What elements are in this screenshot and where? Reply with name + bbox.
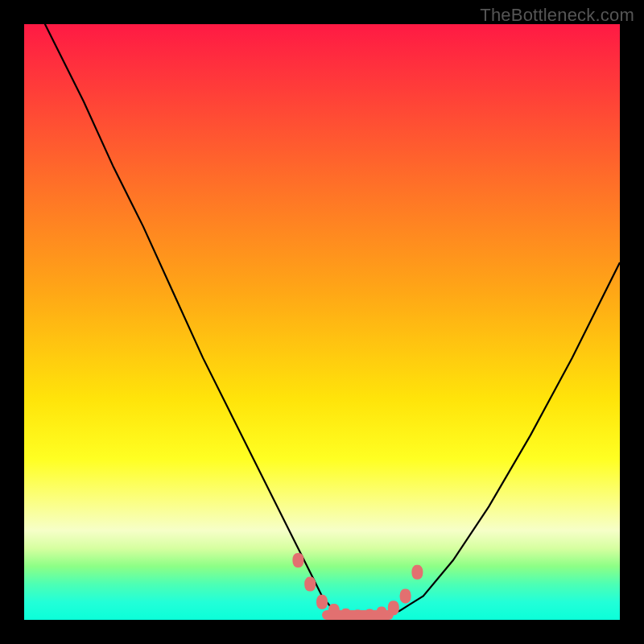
plot-area: [24, 24, 620, 620]
highlight-marker: [316, 595, 328, 609]
highlight-marker: [411, 565, 423, 580]
chart-frame: TheBottleneck.com: [0, 0, 644, 644]
highlight-marker: [400, 588, 411, 603]
highlight-marker: [304, 577, 316, 592]
highlight-markers: [292, 553, 423, 620]
highlight-marker: [292, 553, 303, 568]
watermark-text: TheBottleneck.com: [480, 5, 634, 26]
highlight-bar: [322, 610, 394, 620]
chart-svg: [24, 24, 620, 620]
bottleneck-curve-path: [24, 24, 620, 617]
